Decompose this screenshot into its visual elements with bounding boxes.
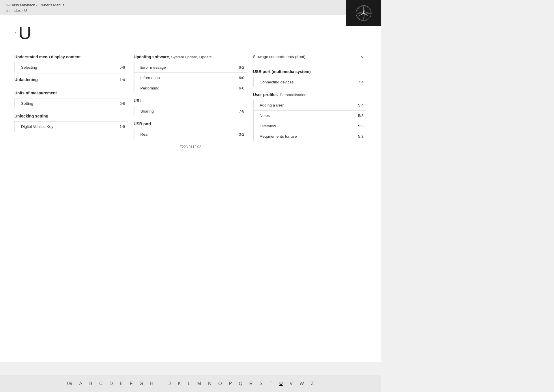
entry-overview[interactable]: Overview 5›3 (254, 121, 366, 131)
entry-connecting-devices[interactable]: Connecting devices 7›4 (254, 77, 366, 87)
alpha-T[interactable]: T (268, 380, 274, 387)
heading-user-profiles-bold: User profiles (253, 92, 278, 97)
prev-letter-arrow[interactable]: ‹ (14, 30, 16, 36)
entry-error-message[interactable]: Error message 6›2 (134, 62, 247, 72)
page-num-rear: 3 (239, 132, 241, 137)
entry-label-performing: Performing (140, 86, 159, 90)
entry-adding-user[interactable]: Adding a user 5›4 (254, 100, 366, 110)
alpha-E[interactable]: E (119, 380, 124, 387)
heading-user-profiles-detail: , Personalisation (278, 93, 306, 97)
entry-notes[interactable]: Notes 5›3 (254, 110, 366, 121)
entry-label-requirements: Requirements for use (260, 134, 297, 139)
alpha-Q[interactable]: Q (238, 380, 244, 387)
page-num-error: 6 (239, 65, 241, 70)
page-num-sharing: 7 (239, 109, 241, 113)
alpha-N[interactable]: N (207, 380, 213, 387)
entry-rear[interactable]: Rear 3›2 (134, 129, 247, 139)
entry-label-info: Information (140, 76, 160, 80)
alpha-V[interactable]: V (289, 380, 294, 387)
entry-page-adding-user: 5›4 (358, 103, 364, 107)
breadcrumb-sep1: › (9, 9, 10, 13)
alpha-K[interactable]: K (177, 380, 182, 387)
page-num-notes: 5 (358, 113, 360, 118)
entry-page-performing: 6›0 (239, 86, 244, 90)
page-num-overview: 5 (358, 124, 360, 128)
page-num2-error: 2 (242, 65, 244, 70)
index-column-2: Updating software, System update, Update… (134, 51, 247, 143)
alpha-G[interactable]: G (138, 380, 144, 387)
alpha-H[interactable]: H (149, 380, 155, 387)
entry-label-stowage: Stowage compartments (front) (253, 55, 306, 59)
entry-information[interactable]: Information 6›0 (134, 72, 247, 83)
sub-entries-usb-multimedia: Connecting devices 7›4 (253, 77, 366, 87)
page-num-performing: 6 (239, 86, 241, 90)
entry-digital-vehicle-key[interactable]: Digital Vehicle Key 1›9 (15, 121, 128, 132)
alpha-09[interactable]: 09 (66, 380, 74, 387)
breadcrumb-sep2: › (22, 9, 23, 13)
logo-area (346, 0, 381, 26)
page-num-adding: 5 (358, 103, 360, 107)
manual-title: S-Class Maybach - Owner's Manual (6, 3, 375, 7)
entry-selecting[interactable]: Selecting 5›6 (15, 62, 128, 72)
alpha-W[interactable]: W (298, 380, 305, 387)
heading-updating-bold: Updating software (134, 55, 169, 59)
entry-performing[interactable]: Performing 6›0 (134, 83, 247, 93)
alpha-P[interactable]: P (228, 380, 233, 387)
stowage-arrow-icon: ›› (360, 54, 364, 59)
index-column-3: Stowage compartments (front) ›› USB port… (253, 51, 366, 143)
main-content: ‹ U Understated menu display content Sel… (0, 15, 381, 362)
breadcrumb: ⌂ › Index › U (6, 8, 375, 13)
heading-updating-detail: , System update, Update (169, 55, 212, 59)
breadcrumb-index[interactable]: Index (12, 8, 21, 13)
alpha-R[interactable]: R (248, 380, 254, 387)
alpha-S[interactable]: S (259, 380, 264, 387)
entry-page-unfastening: 1›4 (119, 78, 125, 82)
alpha-M[interactable]: M (196, 380, 202, 387)
entry-label-selecting: Selecting (21, 65, 37, 70)
page-num2-rear: 2 (242, 132, 244, 137)
alpha-U[interactable]: U (278, 380, 284, 387)
section-usb-multimedia: USB port (multimedia system) Connecting … (253, 65, 366, 87)
heading-usb-port: USB port (134, 117, 247, 129)
section-updating: Updating software, System update, Update… (134, 51, 247, 93)
entry-page-requirements: 5›3 (358, 134, 364, 139)
section-understated: Understated menu display content Selecti… (14, 51, 128, 72)
breadcrumb-u[interactable]: U (24, 8, 27, 13)
alpha-Z[interactable]: Z (310, 380, 315, 387)
entry-label-dvk: Digital Vehicle Key (21, 124, 53, 129)
section-units: Units of measurement Setting 6›8 (14, 87, 128, 109)
entry-label-overview: Overview (260, 124, 276, 128)
page-num2-unfastening: 4 (123, 78, 125, 82)
entry-page-dvk: 1›9 (119, 124, 125, 129)
entry-setting[interactable]: Setting 6›8 (15, 98, 128, 109)
section-url: URL Sharing 7›8 (134, 94, 247, 116)
alpha-D[interactable]: D (108, 380, 114, 387)
page-num2-requirements: 3 (361, 134, 364, 139)
entry-label-error: Error message (140, 65, 166, 70)
heading-url: URL (134, 94, 247, 106)
alpha-C[interactable]: C (98, 380, 104, 387)
entry-stowage[interactable]: Stowage compartments (front) ›› (253, 51, 366, 63)
entry-page-notes: 5›3 (358, 113, 364, 118)
page-num-connecting: 7 (358, 80, 360, 84)
section-unlocking: Unlocking setting Digital Vehicle Key 1›… (14, 110, 128, 132)
entry-sharing[interactable]: Sharing 7›8 (134, 106, 247, 116)
page-num2-performing: 0 (242, 86, 244, 90)
heading-unfastening-entry[interactable]: Unfastening 1›4 (14, 74, 128, 85)
page-letter: U (18, 24, 31, 42)
alpha-J[interactable]: J (167, 380, 172, 387)
page-num2-adding: 4 (361, 103, 364, 107)
entry-requirements[interactable]: Requirements for use 5›3 (254, 131, 366, 141)
alpha-B[interactable]: B (88, 380, 93, 387)
entry-label-connecting: Connecting devices (260, 80, 294, 84)
footer-code: F223 0112 02 (14, 143, 366, 171)
page-num-selecting: 5 (119, 65, 122, 70)
alpha-L[interactable]: L (187, 380, 192, 387)
section-user-profiles: User profiles, Personalisation Adding a … (253, 88, 366, 141)
alpha-O[interactable]: O (217, 380, 223, 387)
alpha-F[interactable]: F (129, 380, 134, 387)
alpha-I[interactable]: I (159, 380, 163, 387)
page-letter-row: ‹ U (14, 24, 366, 42)
breadcrumb-home[interactable]: ⌂ (6, 8, 8, 13)
alpha-A[interactable]: A (78, 380, 84, 387)
